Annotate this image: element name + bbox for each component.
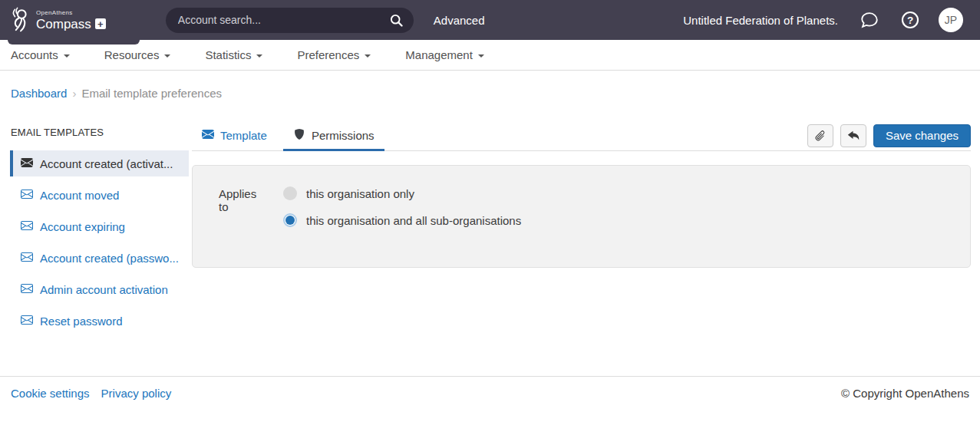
- save-changes-button[interactable]: Save changes: [873, 124, 971, 147]
- sidebar-item-label: Account created (passwo...: [40, 252, 179, 265]
- chevron-down-icon: [164, 54, 170, 58]
- option-label: this organisation only: [306, 187, 414, 200]
- tab-permissions[interactable]: Permissions: [283, 120, 384, 150]
- copyright-text: © Copyright OpenAthens: [841, 387, 969, 400]
- menu-statistics[interactable]: Statistics: [205, 48, 262, 61]
- app-window: OpenAthens Compass + Advanced Untitled F…: [0, 0, 980, 422]
- account-search-box: [166, 8, 414, 33]
- cookie-settings-link[interactable]: Cookie settings: [11, 387, 90, 400]
- feedback-chat-button[interactable]: [860, 11, 879, 29]
- openathens-logo-icon: [9, 6, 32, 34]
- plus-badge-icon: +: [95, 18, 106, 29]
- sidebar-item-account-created-activation[interactable]: Account created (activat...: [10, 150, 189, 176]
- menu-preferences[interactable]: Preferences: [297, 48, 371, 61]
- menu-accounts[interactable]: Accounts: [11, 48, 70, 61]
- top-navbar: OpenAthens Compass + Advanced Untitled F…: [0, 0, 980, 40]
- sidebar-item-account-created-password[interactable]: Account created (passwo...: [10, 245, 189, 271]
- menu-resources-label: Resources: [104, 48, 160, 61]
- radio-this-organisation-only: [283, 186, 297, 200]
- brand-tab-notch: [8, 40, 140, 45]
- account-search-input[interactable]: [177, 13, 390, 27]
- page-content: Dashboard › Email template preferences E…: [0, 71, 980, 376]
- tab-template-label: Template: [220, 129, 267, 142]
- sidebar-item-account-moved[interactable]: Account moved: [10, 182, 189, 208]
- email-templates-sidebar: EMAIL TEMPLATES Account created (activat…: [0, 120, 189, 339]
- template-editor-main: Template Permissions: [192, 120, 971, 339]
- brand-text: OpenAthens Compass +: [36, 10, 106, 31]
- sidebar-item-label: Reset password: [40, 315, 123, 328]
- radio-organisation-and-sub-organisations[interactable]: [283, 213, 297, 227]
- advanced-search-link[interactable]: Advanced: [434, 14, 485, 27]
- user-avatar[interactable]: JP: [939, 8, 963, 32]
- federation-name: Untitled Federation of Planets.: [683, 14, 838, 27]
- paperclip-icon: [812, 127, 830, 144]
- menu-management-label: Management: [405, 48, 473, 61]
- page-footer: Cookie settings Privacy policy © Copyrig…: [0, 376, 980, 422]
- search-icon[interactable]: [390, 14, 403, 27]
- tab-permissions-label: Permissions: [312, 129, 375, 142]
- applies-to-label: Applies to: [219, 186, 266, 227]
- sidebar-item-label: Account moved: [40, 189, 119, 202]
- sidebar-heading: EMAIL TEMPLATES: [11, 127, 189, 138]
- menu-statistics-label: Statistics: [205, 48, 251, 61]
- chevron-down-icon: [64, 54, 70, 58]
- toolbar: Save changes: [807, 124, 971, 147]
- option-organisation-and-sub-organisations[interactable]: this organisation and all sub-organisati…: [283, 213, 521, 227]
- main-menubar: Accounts Resources Statistics Preference…: [0, 40, 980, 71]
- breadcrumb: Dashboard › Email template preferences: [0, 71, 980, 100]
- envelope-icon: [21, 188, 33, 203]
- envelope-icon: [21, 314, 33, 328]
- shield-icon: [293, 128, 305, 143]
- envelope-icon: [21, 251, 33, 265]
- breadcrumb-separator-icon: ›: [72, 87, 76, 100]
- menu-management[interactable]: Management: [405, 48, 484, 61]
- undo-button[interactable]: [840, 124, 866, 147]
- envelope-filled-icon: [202, 128, 214, 143]
- navbar-right: Untitled Federation of Planets. ? JP: [683, 8, 980, 32]
- chat-bubble-icon: [860, 11, 879, 29]
- svg-text:?: ?: [907, 15, 913, 26]
- sidebar-item-account-expiring[interactable]: Account expiring: [10, 213, 189, 239]
- breadcrumb-dashboard-link[interactable]: Dashboard: [11, 87, 67, 100]
- attachment-button[interactable]: [807, 124, 833, 147]
- envelope-icon: [21, 282, 33, 297]
- sidebar-item-reset-password[interactable]: Reset password: [10, 308, 189, 334]
- sidebar-item-label: Admin account activation: [40, 283, 168, 296]
- undo-arrow-icon: [847, 130, 860, 142]
- envelope-icon: [21, 219, 33, 234]
- tabs-row: Template Permissions: [192, 120, 971, 151]
- chevron-down-icon: [256, 54, 262, 58]
- sidebar-item-admin-account-activation[interactable]: Admin account activation: [10, 276, 189, 302]
- help-question-icon: ?: [901, 11, 919, 29]
- menu-preferences-label: Preferences: [297, 48, 359, 61]
- chevron-down-icon: [478, 54, 484, 58]
- sidebar-item-label: Account created (activat...: [40, 157, 173, 170]
- brand-name-small: OpenAthens: [36, 10, 106, 16]
- brand-name-large: Compass: [36, 18, 91, 31]
- breadcrumb-current-page: Email template preferences: [81, 87, 222, 100]
- privacy-policy-link[interactable]: Privacy policy: [101, 387, 172, 400]
- menu-accounts-label: Accounts: [11, 48, 58, 61]
- help-button[interactable]: ?: [901, 11, 919, 29]
- sidebar-item-label: Account expiring: [40, 220, 125, 233]
- option-label: this organisation and all sub-organisati…: [306, 214, 521, 227]
- menu-resources[interactable]: Resources: [104, 48, 171, 61]
- tab-template[interactable]: Template: [192, 120, 277, 150]
- chevron-down-icon: [365, 54, 371, 58]
- option-this-organisation-only: this organisation only: [283, 186, 521, 200]
- envelope-filled-icon: [21, 157, 33, 171]
- brand-logo[interactable]: OpenAthens Compass +: [9, 6, 106, 34]
- permissions-panel: Applies to this organisation only this o…: [192, 165, 971, 268]
